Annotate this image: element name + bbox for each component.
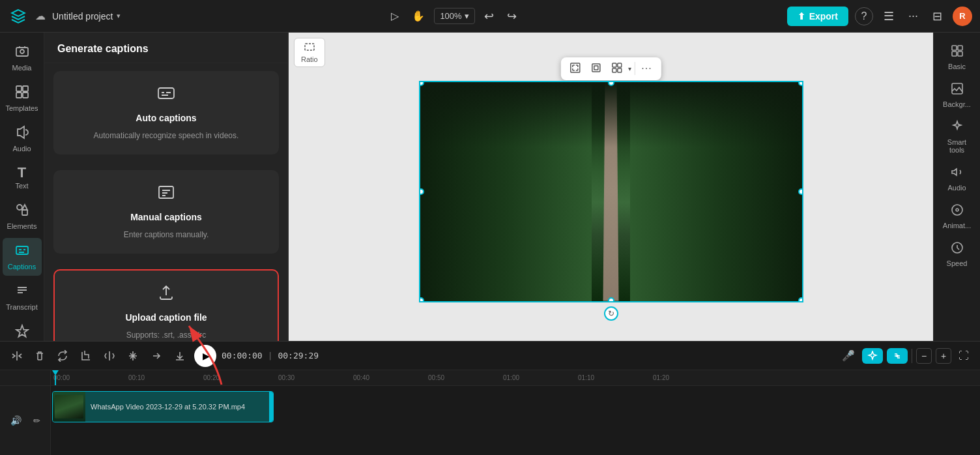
magic-btn[interactable] — [862, 348, 883, 364]
auto-captions-desc: Automatically recognize speech in videos… — [94, 130, 239, 141]
svg-rect-24 — [958, 51, 962, 56]
rp-audio[interactable]: Audio — [936, 160, 978, 197]
svg-rect-18 — [617, 63, 621, 67]
text-label: Text — [15, 182, 28, 190]
expand-frame-btn[interactable] — [586, 60, 605, 78]
svg-rect-10 — [159, 186, 173, 198]
svg-rect-21 — [952, 46, 957, 50]
export-button[interactable]: ⬆ Export — [787, 7, 848, 26]
group-frame-btn[interactable] — [607, 60, 626, 78]
fit-frame-btn[interactable] — [566, 60, 584, 78]
audio-rp-icon — [951, 166, 964, 182]
ruler-mark-5: 00:50 — [428, 374, 503, 381]
animate-icon — [951, 203, 964, 220]
pencil-btn[interactable]: ✏ — [30, 413, 44, 429]
export-label: Export — [809, 11, 838, 22]
play-button[interactable]: ▶ — [194, 345, 216, 367]
sidebar-item-templates[interactable]: Templates — [3, 80, 42, 117]
rp-basic[interactable]: Basic — [936, 39, 978, 76]
crop-tl-btn[interactable] — [77, 347, 95, 365]
sidebar-item-audio[interactable]: Audio — [3, 120, 42, 158]
canvas-viewport: ▾ ··· — [289, 60, 933, 341]
volume-btn[interactable]: 🔊 — [7, 412, 25, 429]
ruler-mark-7: 01:10 — [578, 374, 653, 381]
playhead-line — [55, 375, 56, 386]
sidebar-item-effects[interactable]: Effects ▾ — [3, 319, 42, 341]
sidebar-item-elements[interactable]: Elements — [3, 198, 42, 235]
rp-background[interactable]: Backgr... — [936, 77, 978, 113]
mirror-tl-btn[interactable] — [100, 347, 119, 365]
elements-icon — [15, 203, 29, 220]
upload-caption-card[interactable]: Upload caption file Supports: .srt, .ass… — [53, 269, 279, 341]
svg-rect-13 — [305, 44, 314, 50]
rotation-handle[interactable]: ↻ — [604, 306, 618, 321]
project-name-chevron: ▾ — [117, 12, 121, 20]
hand-tool-btn[interactable]: ✋ — [408, 6, 429, 26]
clip-end-handle[interactable] — [269, 392, 273, 422]
split-view-btn[interactable]: ⊟ — [929, 5, 946, 27]
rp-animate[interactable]: Animat... — [936, 198, 978, 235]
svg-point-29 — [896, 355, 899, 357]
audio-icon — [15, 125, 29, 143]
svg-rect-22 — [958, 46, 962, 50]
video-clip[interactable]: WhatsApp Video 2023-12-29 at 5.20.32 PM.… — [52, 391, 274, 422]
zoom-level-btn[interactable]: 100% ▾ — [434, 8, 474, 24]
ratio-icon — [304, 42, 315, 54]
rotation-icon: ↻ — [608, 309, 614, 318]
manual-captions-card[interactable]: Manual captions Enter captions manually. — [53, 170, 279, 254]
undo-btn[interactable]: ↩ — [480, 5, 498, 27]
mic-btn[interactable]: 🎤 — [839, 346, 858, 365]
current-timecode: 00:00:00 — [222, 351, 263, 360]
captions-label: Captions — [8, 263, 36, 271]
background-label: Backgr... — [943, 100, 971, 108]
speed-tl-btn[interactable] — [147, 347, 166, 365]
total-timecode: 00:29:29 — [278, 351, 319, 360]
split-tl-btn[interactable] — [8, 347, 26, 365]
auto-captions-card[interactable]: Auto captions Automatically recognize sp… — [53, 71, 279, 154]
layout-btn[interactable]: ☰ — [880, 5, 898, 27]
speed-icon — [951, 241, 964, 257]
cloud-save-btn[interactable]: ☁ — [35, 10, 46, 22]
rp-speed[interactable]: Speed — [936, 236, 978, 272]
ratio-button[interactable]: Ratio — [294, 38, 325, 67]
rp-smart-tools[interactable]: Smart tools — [936, 115, 978, 159]
video-canvas[interactable] — [419, 81, 803, 302]
sidebar-item-media[interactable]: Media — [3, 39, 42, 77]
sidebar: Media Templates Audio — [0, 33, 44, 341]
fullscreen-btn[interactable]: ⛶ — [955, 347, 972, 365]
delete-tl-btn[interactable] — [31, 347, 48, 364]
sidebar-item-text[interactable]: T Text — [3, 160, 42, 195]
more-options-btn[interactable]: ··· — [637, 60, 656, 77]
cloud-icon: ☁ — [35, 10, 46, 22]
svg-point-27 — [956, 209, 958, 211]
split-audio-btn[interactable] — [887, 348, 908, 364]
svg-rect-20 — [617, 68, 621, 72]
zoom-in-btn[interactable]: + — [936, 348, 951, 364]
download-tl-btn[interactable] — [171, 347, 189, 365]
ruler-mark-2: 00:20 — [203, 374, 278, 381]
auto-captions-icon — [157, 84, 175, 106]
basic-icon — [951, 44, 964, 61]
loop-tl-btn[interactable] — [53, 347, 72, 365]
avatar[interactable]: R — [953, 7, 972, 26]
sidebar-item-transcript[interactable]: Transcript — [3, 278, 42, 316]
media-label: Media — [12, 64, 32, 72]
play-icon: ▶ — [203, 351, 210, 361]
svg-rect-23 — [952, 51, 957, 56]
zoom-out-btn[interactable]: − — [916, 348, 932, 364]
project-name-label: Untitled project — [52, 11, 113, 22]
freeze-tl-btn[interactable] — [124, 347, 142, 365]
ruler-mark-8: 01:20 — [653, 374, 728, 381]
smart-tools-icon — [951, 120, 964, 136]
cursor-tool-btn[interactable]: ▷ — [387, 6, 403, 26]
redo-btn[interactable]: ↪ — [503, 5, 521, 27]
svg-rect-25 — [952, 83, 962, 94]
elements-label: Elements — [7, 222, 37, 230]
zoom-chevron-icon: ▾ — [465, 11, 469, 21]
help-btn[interactable]: ? — [855, 7, 873, 25]
project-name-btn[interactable]: Untitled project ▾ — [52, 11, 121, 22]
svg-rect-4 — [16, 93, 22, 98]
smart-tools-label: Smart tools — [940, 138, 974, 154]
sidebar-item-captions[interactable]: Captions — [3, 238, 42, 276]
more-btn[interactable]: ··· — [904, 5, 922, 27]
